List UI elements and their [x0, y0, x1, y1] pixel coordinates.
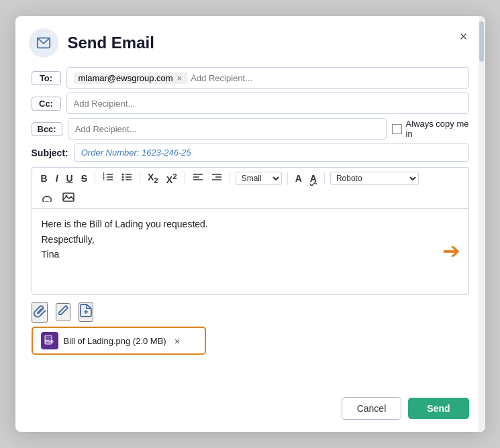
cc-field-row: Cc: — [32, 93, 469, 114]
toolbar-sep-6 — [324, 172, 325, 184]
always-copy-label[interactable]: Always copy mein — [392, 119, 469, 139]
attachment-chip: PNG Bill of Lading.png (2.0 MB) × — [32, 327, 206, 355]
subscript-button[interactable]: X2 — [146, 171, 160, 186]
bold-button[interactable]: B — [39, 172, 50, 185]
attachment-file-icon: PNG — [41, 332, 58, 349]
add-document-button[interactable] — [79, 302, 93, 322]
toolbar-sep-2 — [140, 172, 140, 184]
modal-footer: Cancel Send — [15, 389, 485, 432]
font-highlight-button[interactable]: A — [308, 172, 319, 185]
editor-line1: Here is the Bill of Lading you requested… — [42, 217, 459, 231]
to-label[interactable]: To: — [32, 71, 61, 85]
cc-label[interactable]: Cc: — [32, 97, 61, 111]
image-button[interactable] — [60, 192, 77, 205]
attach-file-button[interactable] — [32, 302, 48, 323]
modal-body: To: mlamar@ewsgroup.com × Cc: Bcc: — [15, 67, 485, 389]
always-copy-checkbox[interactable] — [392, 124, 402, 134]
align-right-button[interactable] — [209, 172, 224, 185]
cc-recipient-box[interactable] — [66, 93, 469, 114]
underline-button[interactable]: U — [64, 172, 75, 185]
ordered-list-button[interactable]: 1.2.3. — [101, 172, 115, 185]
scrollbar-track — [479, 16, 485, 432]
link-button[interactable] — [39, 192, 55, 205]
svg-point-12 — [121, 179, 123, 181]
strikethrough-button[interactable]: S — [79, 172, 89, 185]
font-size-select[interactable]: Small Normal Large — [236, 172, 282, 185]
scrollbar-thumb[interactable] — [479, 21, 484, 62]
subject-row: Subject: — [32, 144, 469, 162]
modal-title: Send Email — [68, 34, 469, 52]
editor-area[interactable]: Here is the Bill of Lading you requested… — [32, 208, 469, 295]
cancel-button[interactable]: Cancel — [342, 397, 402, 420]
subject-input[interactable] — [74, 144, 469, 162]
bcc-field-row: Bcc: Always copy mein — [32, 118, 469, 139]
svg-text:3.: 3. — [103, 178, 105, 181]
align-left-button[interactable] — [191, 172, 205, 185]
send-button[interactable]: Send — [408, 398, 468, 419]
remove-recipient-button[interactable]: × — [177, 74, 183, 82]
toolbar-sep-5 — [287, 172, 288, 184]
email-icon — [29, 28, 58, 58]
edit-template-button[interactable] — [56, 303, 70, 321]
recipient-email: mlamar@ewsgroup.com — [79, 73, 173, 83]
editor-toolbar-row2 — [32, 189, 469, 208]
to-add-recipient-input[interactable] — [191, 73, 461, 83]
toolbar-sep-4 — [230, 172, 230, 184]
send-email-modal: Send Email × To: mlamar@ewsgroup.com × C… — [15, 16, 485, 432]
svg-point-11 — [121, 176, 123, 178]
to-recipient-box[interactable]: mlamar@ewsgroup.com × — [66, 67, 469, 89]
editor-line4: Tina — [42, 247, 459, 262]
attachment-filename: Bill of Lading.png (2.0 MB) — [64, 336, 166, 346]
font-family-select[interactable]: Roboto Arial Times New Roman — [330, 172, 419, 185]
bcc-add-recipient-input[interactable] — [75, 124, 379, 134]
modal-header: Send Email × — [15, 16, 485, 67]
unordered-list-button[interactable] — [119, 172, 134, 185]
to-field-row: To: mlamar@ewsgroup.com × — [32, 67, 469, 89]
editor-line3: Respectfully, — [42, 232, 459, 247]
toolbar-sep-1 — [95, 172, 95, 184]
attachments-toolbar — [32, 295, 469, 327]
recipient-tag: mlamar@ewsgroup.com × — [74, 72, 188, 84]
subject-label: Subject: — [32, 148, 68, 158]
svg-point-10 — [121, 174, 123, 176]
toolbar-sep-3 — [185, 172, 185, 184]
cc-add-recipient-input[interactable] — [74, 99, 462, 109]
bcc-recipient-box[interactable] — [68, 118, 387, 139]
svg-text:PNG: PNG — [45, 339, 54, 343]
superscript-button[interactable]: X2 — [164, 171, 179, 186]
close-button[interactable]: × — [456, 28, 472, 44]
modal-overlay: Send Email × To: mlamar@ewsgroup.com × C… — [0, 0, 500, 448]
always-copy-text: Always copy mein — [406, 119, 469, 139]
remove-attachment-button[interactable]: × — [174, 335, 181, 347]
italic-button[interactable]: I — [54, 172, 60, 185]
bcc-label[interactable]: Bcc: — [32, 122, 62, 136]
font-color-button[interactable]: A — [293, 172, 304, 185]
editor-toolbar: B I U S 1.2.3. X2 X2 — [32, 167, 469, 189]
